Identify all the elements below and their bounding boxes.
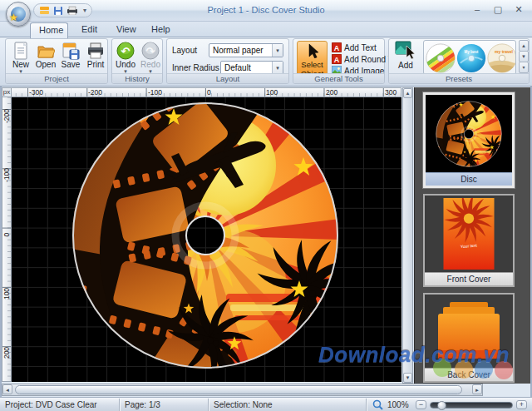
group-history: ↶ Undo ▾ ↷ Redo ▾ History bbox=[111, 38, 163, 84]
save-button[interactable]: Save bbox=[58, 41, 83, 74]
save-ribbon-icon bbox=[58, 41, 83, 60]
gallery-more-icon[interactable]: ▾ bbox=[519, 62, 529, 73]
page-card-disc[interactable]: Disc bbox=[423, 92, 515, 188]
new-icon bbox=[8, 41, 33, 60]
scroll-right-icon[interactable]: ► bbox=[472, 384, 482, 394]
svg-text:↷: ↷ bbox=[146, 45, 155, 57]
tab-view[interactable]: View bbox=[108, 22, 140, 38]
layout-field-label: Layout bbox=[172, 43, 197, 57]
print-button[interactable]: Print bbox=[83, 41, 108, 74]
app-icon-star: ★ bbox=[9, 12, 18, 22]
tab-help[interactable]: Help bbox=[143, 22, 175, 38]
group-label-presets: Presets bbox=[389, 73, 529, 83]
ruler-unit-box: px bbox=[2, 87, 12, 97]
maximize-button[interactable]: ▢ bbox=[491, 3, 505, 15]
zoom-level: 100% bbox=[387, 400, 409, 409]
open-button[interactable]: Open bbox=[33, 41, 58, 74]
disc-thumbnail bbox=[426, 95, 512, 172]
open-icon bbox=[33, 41, 58, 60]
print-ribbon-icon bbox=[83, 41, 108, 60]
zoom-magnifier-icon bbox=[372, 399, 383, 410]
gallery-up-icon[interactable]: ▲ bbox=[519, 40, 529, 52]
horizontal-scrollbar[interactable]: ◄ ► bbox=[2, 384, 483, 396]
group-general-tools: Select Object A Add Text A Add Round Tex… bbox=[293, 38, 385, 84]
add-round-text-icon: A bbox=[332, 54, 342, 64]
group-label-history: History bbox=[112, 73, 162, 83]
status-separator bbox=[119, 399, 120, 411]
scroll-left-icon[interactable]: ◄ bbox=[2, 384, 12, 394]
svg-text:My best: My best bbox=[465, 50, 479, 54]
preset-thumbnail-3[interactable]: my travel bbox=[486, 42, 516, 74]
svg-text:A: A bbox=[334, 44, 340, 52]
pages-panel: Disc Your text Front Cover Back Cover bbox=[414, 87, 530, 384]
tab-edit[interactable]: Edit bbox=[73, 22, 105, 38]
add-preset-button[interactable]: Add bbox=[392, 41, 420, 74]
horizontal-ruler: -300 -200 -100 0 100 200 300 bbox=[12, 87, 401, 97]
status-selection: Selection: None bbox=[214, 400, 273, 409]
add-text-icon: A bbox=[332, 42, 342, 52]
preset-thumbnail-2[interactable]: My best bbox=[456, 42, 487, 74]
group-label-project: Project bbox=[6, 73, 107, 83]
group-label-general-tools: General Tools bbox=[293, 73, 384, 83]
design-canvas[interactable] bbox=[12, 97, 401, 382]
window-controls: – ▢ ✕ bbox=[470, 3, 525, 15]
title-bar: ★ ▾ Project 1 - Disc Cover Studio – ▢ bbox=[0, 0, 532, 22]
back-cover-thumbnail bbox=[425, 295, 513, 368]
svg-text:my travel: my travel bbox=[495, 49, 514, 54]
add-preset-icon bbox=[395, 41, 416, 59]
zoom-out-button[interactable]: − bbox=[416, 400, 426, 409]
group-project: New ▾ Open Save Print Proj bbox=[5, 38, 108, 84]
svg-text:↶: ↶ bbox=[121, 45, 131, 57]
group-label-layout: Layout bbox=[167, 73, 288, 83]
layout-select[interactable]: Normal paper ▾ bbox=[209, 43, 283, 57]
ribbon-tab-row: Home Edit View Help bbox=[0, 22, 532, 37]
preset-thumbnail-1[interactable] bbox=[425, 42, 456, 74]
redo-icon: ↷ bbox=[138, 41, 163, 60]
new-button[interactable]: New ▾ bbox=[8, 41, 33, 74]
preset-gallery: My best my travel bbox=[423, 40, 516, 75]
status-page: Page: 1/3 bbox=[125, 400, 160, 409]
undo-button[interactable]: ↶ Undo ▾ bbox=[113, 41, 138, 74]
cursor-arrow-icon bbox=[307, 43, 318, 58]
select-object-button[interactable]: Select Object bbox=[297, 41, 328, 77]
layout-select-caret-icon[interactable]: ▾ bbox=[272, 44, 283, 57]
redo-button[interactable]: ↷ Redo ▾ bbox=[138, 41, 163, 74]
group-layout: Layout Normal paper ▾ Inner Radius Defau… bbox=[166, 38, 289, 84]
inner-radius-select-caret-icon[interactable]: ▾ bbox=[272, 62, 283, 74]
zoom-slider[interactable] bbox=[430, 402, 513, 409]
back-cover-card-label: Back Cover bbox=[425, 368, 513, 381]
status-separator bbox=[366, 399, 367, 411]
front-cover-card-label: Front Cover bbox=[425, 272, 513, 285]
gallery-down-icon[interactable]: ▼ bbox=[519, 51, 529, 62]
app-menu-button[interactable]: ★ bbox=[6, 2, 31, 27]
preset-gallery-scroll: ▲ ▼ ▾ bbox=[519, 40, 529, 75]
disc-card-label: Disc bbox=[426, 172, 512, 186]
window-title: Project 1 - Disc Cover Studio bbox=[0, 5, 532, 15]
vertical-ruler: -200 -100 0 100 200 bbox=[2, 97, 12, 382]
group-presets: Add My best my travel ▲ ▼ ▾ Presets bbox=[388, 38, 530, 84]
status-separator bbox=[208, 399, 209, 411]
svg-text:A: A bbox=[334, 56, 340, 64]
close-button[interactable]: ✕ bbox=[512, 3, 525, 15]
status-bar: Project: DVD Case Clear Page: 1/3 Select… bbox=[0, 397, 532, 411]
zoom-slider-thumb[interactable] bbox=[437, 401, 446, 410]
scroll-down-icon[interactable]: ▼ bbox=[403, 373, 412, 383]
tab-home[interactable]: Home bbox=[30, 22, 68, 38]
zoom-in-button[interactable]: + bbox=[516, 400, 527, 409]
vertical-scrollbar[interactable]: ▲ ▼ bbox=[402, 87, 413, 384]
add-text-button[interactable]: A Add Text bbox=[332, 42, 377, 53]
scroll-up-icon[interactable]: ▲ bbox=[403, 88, 412, 98]
front-cover-thumbnail: Your text bbox=[425, 196, 513, 272]
minimize-button[interactable]: – bbox=[470, 3, 484, 15]
disc-artwork[interactable] bbox=[64, 97, 347, 377]
app-window: ★ ▾ Project 1 - Disc Cover Studio – ▢ bbox=[0, 0, 532, 411]
ribbon: New ▾ Open Save Print Proj bbox=[0, 37, 532, 87]
status-project: Project: DVD Case Clear bbox=[5, 400, 97, 409]
page-card-front-cover[interactable]: Your text Front Cover bbox=[423, 194, 515, 287]
page-card-back-cover[interactable]: Back Cover bbox=[423, 293, 515, 383]
undo-icon: ↶ bbox=[113, 41, 138, 60]
horizontal-scroll-thumb[interactable] bbox=[15, 385, 462, 394]
